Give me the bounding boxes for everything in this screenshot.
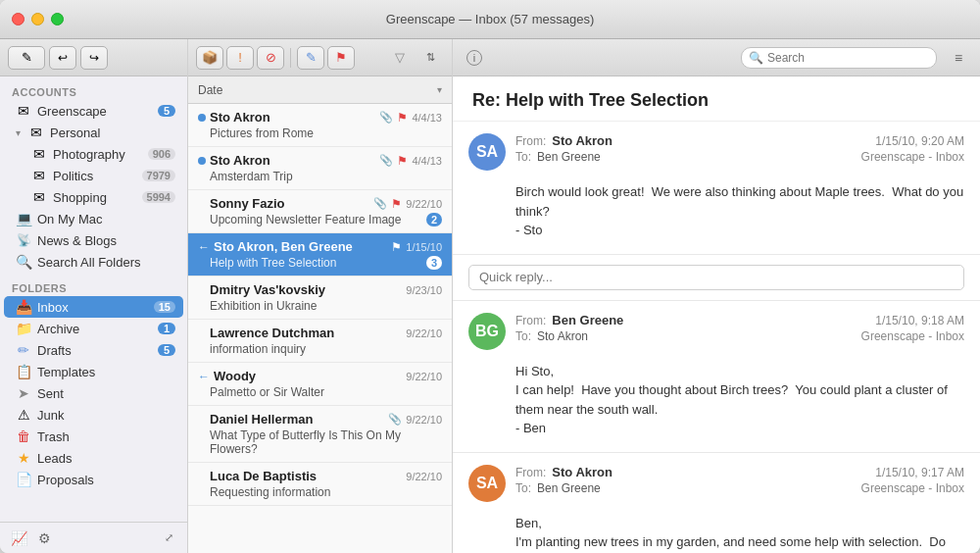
flag-marker-icon: ⚑ xyxy=(391,240,402,254)
sidebar-item-on-my-mac[interactable]: 💻 On My Mac xyxy=(4,208,183,229)
accounts-section-header: Accounts xyxy=(0,82,187,100)
sidebar-item-news-blogs[interactable]: 📡 News & Blogs xyxy=(4,229,183,251)
email-message-2: BG From: Ben Greene 1/15/10, 9:18 AM To:… xyxy=(453,301,980,453)
email-date: 4/4/13 xyxy=(412,112,442,124)
sidebar-item-drafts[interactable]: ✏ Drafts 5 xyxy=(4,339,183,361)
sort-button[interactable]: ⇅ xyxy=(416,46,444,70)
sort-label: Date xyxy=(198,83,437,97)
email-item[interactable]: Sonny Fazio 📎 ⚑ 9/22/10 Upcoming Newslet… xyxy=(188,190,452,233)
sidebar-content: Accounts ✉ Greenscape 5 ▾ ✉ Personal ✉ P… xyxy=(0,76,187,522)
attachment-icon: 📎 xyxy=(379,111,393,124)
sidebar-item-inbox[interactable]: 📥 Inbox 15 xyxy=(4,296,183,318)
sidebar-search-all-label: Search All Folders xyxy=(37,255,175,270)
expand-icon: ⤢ xyxy=(165,531,173,544)
chart-icon: 📈 xyxy=(11,530,27,546)
reply-button[interactable]: ↩ xyxy=(49,46,76,70)
exclamation-icon: ! xyxy=(238,50,242,65)
email-item[interactable]: Lawrence Dutchman 9/22/10 information in… xyxy=(188,320,452,363)
sidebar-item-search-all[interactable]: 🔍 Search All Folders xyxy=(4,251,183,273)
flag-icon: ⚑ xyxy=(335,50,347,65)
email-sender: Lawrence Dutchman xyxy=(210,326,402,340)
email-date: 9/22/10 xyxy=(406,471,442,482)
email-item[interactable]: Sto Akron 📎 ⚑ 4/4/13 Amsterdam Trip xyxy=(188,147,452,190)
maximize-button[interactable] xyxy=(51,13,64,25)
delete-toolbar-button[interactable]: ⊘ xyxy=(257,46,284,70)
email-item[interactable]: Luca De Baptistis 9/22/10 Requesting inf… xyxy=(188,463,452,506)
compose-button[interactable]: ✎ xyxy=(8,46,45,70)
sidebar-item-greenscape[interactable]: ✉ Greenscape 5 xyxy=(4,100,183,122)
email-detail-toolbar: i 🔍 ≡ xyxy=(453,39,980,76)
filter-icon: ▽ xyxy=(395,50,405,65)
message-from-line-1: From: Sto Akron 1/15/10, 9:20 AM xyxy=(515,133,964,148)
filter-button[interactable]: ▽ xyxy=(386,46,414,70)
sidebar-item-sent[interactable]: ➤ Sent xyxy=(4,382,183,404)
archive-toolbar-button[interactable]: 📦 xyxy=(196,46,223,70)
sidebar-news-blogs-label: News & Blogs xyxy=(37,233,175,248)
sidebar-item-proposals[interactable]: 📄 Proposals xyxy=(4,469,183,490)
expand-button[interactable]: ⤢ xyxy=(158,528,179,549)
minimize-button[interactable] xyxy=(31,13,44,25)
email-thread-badge: 2 xyxy=(426,213,442,226)
folders-section-header: Folders xyxy=(0,278,187,296)
sidebar-item-junk[interactable]: ⚠ Junk xyxy=(4,404,183,426)
email-date: 4/4/13 xyxy=(412,155,442,167)
attachment-icon: 📎 xyxy=(388,413,402,426)
email-item[interactable]: Sto Akron 📎 ⚑ 4/4/13 Pictures from Rome xyxy=(188,104,452,147)
sidebar-item-politics[interactable]: ✉ Politics 7979 xyxy=(4,165,183,186)
sidebar-leads-label: Leads xyxy=(37,451,175,466)
red-flag-toolbar-button[interactable]: ⚑ xyxy=(327,46,355,70)
flag-toolbar-button[interactable]: ! xyxy=(226,46,254,70)
attachment-icon: 📎 xyxy=(379,154,393,167)
reply-icon: ↩ xyxy=(58,51,68,65)
sidebar-item-photography[interactable]: ✉ Photography 906 xyxy=(4,143,183,165)
trash-icon: 🗑 xyxy=(16,428,31,444)
email-sender: Woody xyxy=(214,369,402,383)
email-date: 9/22/10 xyxy=(406,414,442,426)
email-detail-subject: Re: Help with Tree Selection xyxy=(453,76,980,122)
sidebar-archive-label: Archive xyxy=(37,322,152,336)
close-button[interactable] xyxy=(12,13,24,25)
from-label-1: From: xyxy=(515,134,546,148)
greenscape-badge: 5 xyxy=(158,105,175,117)
sidebar-item-personal[interactable]: ▾ ✉ Personal xyxy=(4,122,183,143)
email-item-selected[interactable]: ← Sto Akron, Ben Greene ⚑ 1/15/10 Help w… xyxy=(188,233,452,276)
delete-icon: ⊘ xyxy=(266,50,276,65)
edit-toolbar-button[interactable]: ✎ xyxy=(297,46,324,70)
email-item[interactable]: Daniel Hellerman 📎 9/22/10 What Type of … xyxy=(188,406,452,463)
email-subject-text: Help with Tree Selection xyxy=(210,256,336,270)
sidebar-item-shopping[interactable]: ✉ Shopping 5994 xyxy=(4,186,183,208)
hamburger-button[interactable]: ≡ xyxy=(945,46,972,70)
email-list-toolbar: 📦 ! ⊘ ✎ ⚑ ▽ ⇅ xyxy=(188,39,452,76)
email-list-panel: 📦 ! ⊘ ✎ ⚑ ▽ ⇅ xyxy=(188,39,453,553)
collapse-icon: ▾ xyxy=(16,127,21,138)
to-label-1: To: xyxy=(515,150,531,164)
email-detail-content: Re: Help with Tree Selection SA From: St… xyxy=(453,76,980,553)
activity-button[interactable]: 📈 xyxy=(8,528,29,549)
sidebar-proposals-label: Proposals xyxy=(37,473,175,487)
email-subject-text: Exhibition in Ukraine xyxy=(210,299,317,313)
sidebar-item-templates[interactable]: 📋 Templates xyxy=(4,361,183,382)
sidebar-item-trash[interactable]: 🗑 Trash xyxy=(4,426,183,447)
sidebar-inbox-label: Inbox xyxy=(37,300,148,315)
email-message-1: SA From: Sto Akron 1/15/10, 9:20 AM To: … xyxy=(453,122,980,255)
to-name-1: Ben Greene xyxy=(537,150,601,164)
junk-icon: ⚠ xyxy=(16,407,31,423)
email-subject-text: Pictures from Rome xyxy=(210,126,314,140)
search-input[interactable] xyxy=(741,47,937,69)
sidebar-item-leads[interactable]: ★ Leads xyxy=(4,447,183,469)
flag-marker-icon: ⚑ xyxy=(397,154,408,168)
flag-marker-icon: ⚑ xyxy=(397,111,408,125)
info-button[interactable]: i xyxy=(461,46,488,70)
email-thread-badge: 3 xyxy=(426,256,442,270)
email-item[interactable]: ← Woody 9/22/10 Palmetto or Sir Walter xyxy=(188,363,452,406)
quick-reply-input[interactable] xyxy=(468,265,964,290)
settings-button[interactable]: ⚙ xyxy=(33,528,55,549)
email-item[interactable]: Dmitry Vas'kovskiy 9/23/10 Exhibition in… xyxy=(188,276,452,320)
sidebar-footer: 📈 ⚙ ⤢ xyxy=(0,522,187,553)
sidebar-personal-label: Personal xyxy=(50,126,175,140)
message-body-2: Hi Sto, I can help! Have you thought abo… xyxy=(453,358,980,452)
sidebar-item-archive[interactable]: 📁 Archive 1 xyxy=(4,318,183,339)
forward-button[interactable]: ↪ xyxy=(80,46,108,70)
sidebar-junk-label: Junk xyxy=(37,408,175,423)
sidebar-greenscape-label: Greenscape xyxy=(37,104,152,119)
